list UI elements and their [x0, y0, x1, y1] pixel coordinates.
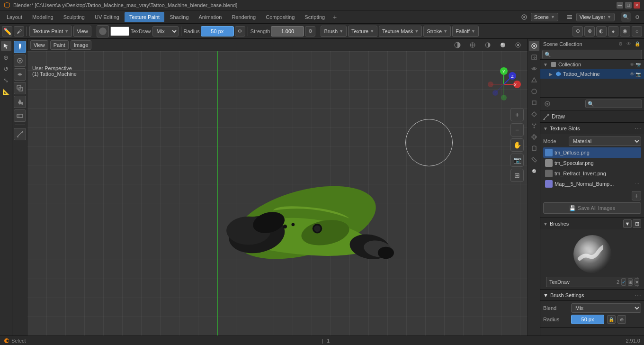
rp-icon-constraints[interactable]	[529, 143, 539, 154]
texture-mask-dropdown[interactable]: Texture Mask ▼	[379, 26, 422, 37]
brush-color-box[interactable]	[110, 27, 129, 36]
left-icon-scale[interactable]: ⤡	[1, 75, 11, 85]
left-icon-cursor[interactable]	[1, 41, 11, 51]
vp-overlay-toggle[interactable]	[451, 40, 464, 50]
tab-shading[interactable]: Shading	[165, 12, 193, 22]
tab-texture-paint[interactable]: Texture Paint	[125, 12, 164, 22]
mode-icon-2[interactable]: 🖌	[14, 26, 24, 36]
viewport-shading-1[interactable]: ◐	[596, 26, 607, 36]
camera-btn[interactable]: 📷	[510, 154, 524, 167]
tool-fill[interactable]	[14, 96, 26, 108]
tool-erase[interactable]	[14, 109, 26, 122]
minimize-button[interactable]: —	[617, 2, 623, 9]
add-tab-button[interactable]: +	[330, 12, 340, 22]
collection-eye[interactable]: 👁	[630, 62, 635, 67]
props-search[interactable]	[585, 100, 642, 108]
outliner-object-tattoo[interactable]: ▶ Tattoo_Machine 👁 📷	[540, 69, 644, 79]
viewport-canvas[interactable]: User Perspective (1) Tattoo_Machine	[27, 51, 528, 345]
brushes-grid-btn[interactable]: ⊞	[633, 219, 641, 228]
viewport-shading-4[interactable]: ○	[632, 26, 642, 36]
navigation-gizmo[interactable]: X Y Z	[485, 65, 523, 103]
tab-layout[interactable]: Layout	[2, 12, 27, 22]
mode-dropdown[interactable]: Texture Paint ▼	[29, 26, 72, 37]
rp-icon-particles[interactable]	[529, 120, 539, 131]
blend-select[interactable]: Mix Add Multiply	[571, 303, 641, 313]
stroke-dropdown[interactable]: Stroke ▼	[423, 26, 451, 37]
outliner-lock-icon[interactable]: 🔒	[634, 40, 641, 48]
tab-scripting[interactable]: Scripting	[300, 12, 330, 22]
zoom-out-btn[interactable]: −	[510, 123, 524, 136]
falloff-dropdown[interactable]: Falloff ▼	[452, 26, 479, 37]
mode-icon-1[interactable]: ✏️	[2, 26, 12, 36]
radius-lock-btn[interactable]: 🔒	[607, 315, 616, 324]
vp-paint-btn[interactable]: Paint	[50, 40, 69, 50]
tool-draw[interactable]	[14, 41, 26, 53]
brush-name-input[interactable]: TexDraw	[549, 279, 615, 285]
zoom-in-btn[interactable]: +	[510, 108, 524, 121]
scene-icon[interactable]	[519, 12, 529, 22]
tab-rendering[interactable]: Rendering	[227, 12, 260, 22]
collection-cam[interactable]: 📷	[635, 62, 641, 67]
brushes-header[interactable]: ▼ Brushes ▼ ⊞	[540, 218, 644, 229]
mode-select[interactable]: Material Single Image	[569, 136, 641, 146]
close-button[interactable]: ✕	[634, 2, 640, 9]
search-button[interactable]: 🔍	[621, 12, 631, 22]
obj-cam[interactable]: 📷	[635, 72, 641, 77]
brush-delete-btn[interactable]: ✕	[635, 278, 639, 286]
brush-copy-btn[interactable]: ⊞	[628, 278, 633, 286]
texture-slot-3[interactable]: Map__5_Normal_Bump... ⋯	[543, 179, 641, 189]
outliner-eye-icon[interactable]: 👁	[625, 40, 633, 48]
bs-radius-input[interactable]: 50 px	[571, 315, 604, 324]
tool-clone[interactable]	[14, 82, 26, 94]
view-button[interactable]: View	[73, 26, 91, 37]
vp-shading-solid[interactable]	[481, 40, 494, 50]
viewlayer-selector[interactable]: View Layer ▼	[576, 13, 615, 21]
rp-icon-render[interactable]	[529, 41, 539, 51]
outliner-scene-collection[interactable]: ▼ Collection 👁 📷	[540, 60, 644, 69]
grab-btn[interactable]: ✋	[510, 138, 524, 152]
radius-pressure-btn[interactable]: ⊕	[617, 315, 626, 324]
rp-icon-scene[interactable]	[529, 75, 539, 85]
left-icon-transform[interactable]: ⊕	[1, 52, 11, 63]
rp-icon-data[interactable]	[529, 154, 539, 165]
brush-dropdown[interactable]: Brush ▼	[321, 26, 347, 37]
tool-soften[interactable]	[14, 54, 26, 67]
rp-icon-output[interactable]	[529, 52, 539, 63]
texture-dropdown[interactable]: Texture ▼	[348, 26, 377, 37]
gizmo-icon[interactable]: ⊗	[584, 26, 595, 36]
rp-icon-object[interactable]	[529, 98, 539, 108]
viewport-shading-2[interactable]: ●	[608, 26, 618, 36]
rp-icon-modifier[interactable]	[529, 109, 539, 119]
tab-sculpting[interactable]: Sculpting	[59, 12, 89, 22]
radius-input[interactable]: 50 px	[201, 26, 234, 36]
brushes-expand-btn[interactable]: ▼	[623, 219, 632, 228]
tab-animation[interactable]: Animation	[194, 12, 227, 22]
save-images-btn[interactable]: 💾 Save All Images	[543, 202, 641, 214]
viewport-shading-3[interactable]: ◉	[620, 26, 630, 36]
tab-modeling[interactable]: Modeling	[27, 12, 58, 22]
brush-preview-small[interactable]	[97, 25, 109, 37]
overlay-icon[interactable]: ⊕	[572, 26, 583, 36]
texture-slots-header[interactable]: ▼ Texture Slots ⋯	[540, 123, 644, 134]
tab-compositing[interactable]: Compositing	[261, 12, 299, 22]
vp-shading-material[interactable]	[496, 40, 510, 50]
texture-slot-0[interactable]: tm_Diffuse.png	[543, 147, 641, 158]
grid-btn[interactable]: ⊞	[510, 169, 524, 182]
strength-lock-icon[interactable]: ⚙	[305, 26, 315, 36]
left-icon-annotate[interactable]: 📐	[1, 86, 11, 97]
blend-mode-select[interactable]: Mix Add Multiply	[152, 26, 179, 36]
prop-tab-render[interactable]	[542, 99, 553, 109]
left-icon-rotate[interactable]: ↺	[1, 64, 11, 74]
vp-image-btn[interactable]: Image	[71, 40, 92, 50]
tool-smear[interactable]	[14, 68, 26, 81]
brush-toggle-btn[interactable]: ✓	[621, 278, 626, 286]
brush-settings-header[interactable]: ▼ Brush Settings ⋯	[540, 290, 644, 301]
vp-shading-rendered[interactable]	[511, 40, 525, 50]
viewport[interactable]: View Paint Image	[27, 39, 528, 345]
maximize-button[interactable]: □	[625, 2, 632, 9]
scene-selector[interactable]: Scene ▼	[531, 13, 558, 21]
settings-icon[interactable]	[633, 12, 642, 22]
add-texture-btn[interactable]: +	[632, 191, 641, 200]
vp-view-btn[interactable]: View	[30, 40, 48, 50]
obj-eye[interactable]: 👁	[630, 72, 635, 77]
